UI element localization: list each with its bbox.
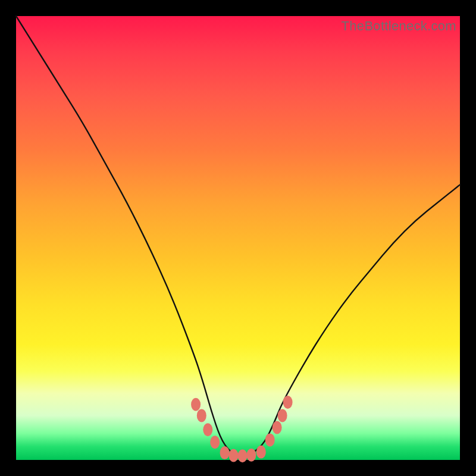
right-bead-2 xyxy=(273,421,282,434)
left-bead-4 xyxy=(210,436,220,449)
right-bead-4 xyxy=(283,396,293,409)
plot-area: TheBottleneck.com xyxy=(16,16,460,460)
flat-bead-1 xyxy=(220,446,230,459)
curve-svg xyxy=(16,16,460,460)
chart-stage: TheBottleneck.com xyxy=(0,0,476,476)
flat-bead-5 xyxy=(256,446,266,459)
flat-bead-4 xyxy=(246,449,256,462)
right-bead-1 xyxy=(265,433,275,446)
left-bead-3 xyxy=(203,423,212,436)
flat-bead-2 xyxy=(229,449,239,462)
left-bead-2 xyxy=(197,409,206,422)
left-bead-1 xyxy=(191,398,201,411)
marker-beads xyxy=(191,396,293,462)
bottleneck-curve xyxy=(16,16,460,456)
right-bead-3 xyxy=(278,409,287,422)
flat-bead-3 xyxy=(238,449,248,462)
